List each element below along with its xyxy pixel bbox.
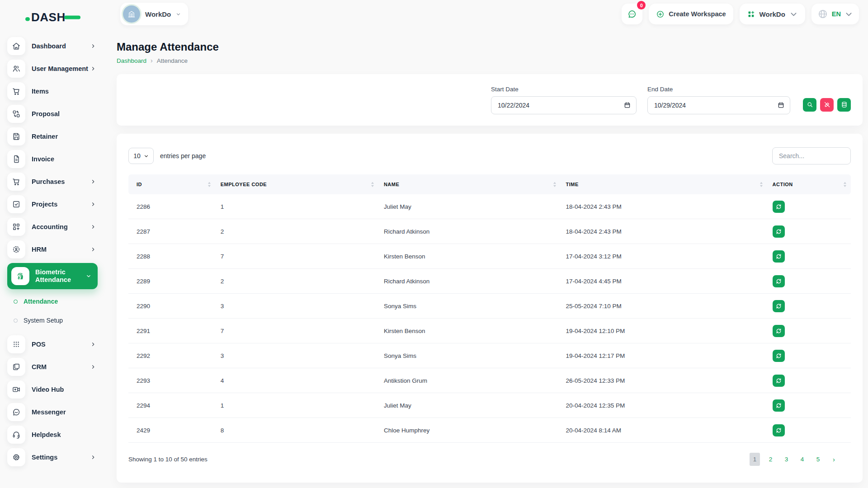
sidebar-item-label: User Management	[32, 65, 88, 72]
page-button-3[interactable]: 3	[781, 453, 792, 466]
sync-row-button[interactable]	[773, 225, 785, 238]
sync-row-button[interactable]	[773, 201, 785, 213]
logo-text: DASH	[31, 10, 66, 23]
cell-id: 2294	[128, 393, 215, 418]
chevron-right-icon	[90, 247, 96, 252]
sidebar-item-label: Purchases	[32, 178, 65, 185]
next-page-button[interactable]: ›	[829, 453, 839, 466]
page-button-4[interactable]: 4	[797, 453, 807, 466]
sync-row-button[interactable]	[773, 325, 785, 337]
column-header-employee-code[interactable]: EMPLOYEE CODE	[215, 174, 378, 194]
cell-employee-code: 1	[215, 393, 378, 418]
cell-time: 18-04-2024 2:43 PM	[561, 219, 767, 244]
cell-time: 20-04-2024 8:14 AM	[561, 418, 767, 443]
cell-time: 19-04-2024 12:10 PM	[561, 319, 767, 343]
start-date-input[interactable]	[491, 96, 637, 114]
sidebar-subitem-system-setup[interactable]: System Setup	[14, 313, 98, 328]
sidebar-item-accounting[interactable]: Accounting	[7, 218, 98, 236]
sidebar-item-dashboard[interactable]: Dashboard	[7, 37, 98, 55]
check-square-icon	[7, 195, 25, 213]
sidebar-item-user-management[interactable]: User Management	[7, 60, 98, 78]
table-row: 2294 1 Juliet May 20-04-2024 12:35 PM	[128, 393, 851, 418]
sidebar-item-projects[interactable]: Projects	[7, 195, 98, 213]
chevron-down-icon	[176, 12, 181, 17]
sidebar-item-hrm[interactable]: HRM	[7, 240, 98, 258]
end-date-label: End Date	[647, 86, 790, 93]
messages-button[interactable]: 0	[622, 4, 642, 24]
refresh-icon	[775, 203, 782, 210]
breadcrumb-dashboard-link[interactable]: Dashboard	[117, 57, 146, 64]
calendar-icon[interactable]	[623, 101, 631, 109]
table-header-row: ID EMPLOYEE CODE NAME TIME ACTION	[128, 174, 851, 194]
column-header-action[interactable]: ACTION	[767, 174, 851, 194]
cart-icon	[7, 82, 25, 100]
sidebar-item-messenger[interactable]: Messenger	[7, 403, 98, 421]
sync-row-button[interactable]	[773, 375, 785, 387]
bullet-icon	[14, 319, 18, 323]
dash-logo[interactable]: DASH	[0, 0, 105, 25]
table-row: 2429 8 Chloe Humphrey 20-04-2024 8:14 AM	[128, 418, 851, 443]
sidebar-item-purchases[interactable]: Purchases	[7, 173, 98, 191]
plus-circle-icon	[656, 10, 665, 19]
sidebar-item-proposal[interactable]: Proposal	[7, 105, 98, 123]
sidebar-item-video-hub[interactable]: Video Hub	[7, 380, 98, 399]
page-button-5[interactable]: 5	[813, 453, 823, 466]
sidebar-item-crm[interactable]: CRM	[7, 358, 98, 376]
sidebar-item-pos[interactable]: POS	[7, 335, 98, 353]
sync-row-button[interactable]	[773, 350, 785, 362]
cell-time: 17-04-2024 4:45 PM	[561, 269, 767, 294]
gear-icon	[7, 448, 25, 466]
column-header-name[interactable]: NAME	[378, 174, 561, 194]
language-selector[interactable]: EN	[811, 4, 859, 24]
workspace-pill[interactable]: WorkDo	[120, 3, 188, 25]
sidebar-subitem-attendance[interactable]: Attendance	[14, 294, 98, 309]
sidebar-item-settings[interactable]: Settings	[7, 448, 98, 466]
sync-row-button[interactable]	[773, 399, 785, 412]
sync-row-button[interactable]	[773, 275, 785, 287]
cell-time: 17-04-2024 3:12 PM	[561, 244, 767, 269]
table-row: 2290 3 Sonya Sims 25-05-2024 7:10 PM	[128, 294, 851, 319]
sync-row-button[interactable]	[773, 424, 785, 436]
page-size-select[interactable]: 10	[128, 148, 154, 164]
sidebar-item-label: Accounting	[32, 223, 68, 230]
sidebar: DASH Dashboard User Management Items Pro…	[0, 0, 105, 488]
cell-id: 2287	[128, 219, 215, 244]
sync-row-button[interactable]	[773, 250, 785, 263]
calendar-icon[interactable]	[777, 101, 785, 109]
sidebar-item-items[interactable]: Items	[7, 82, 98, 100]
workspace-switcher[interactable]: WorkDo	[740, 4, 805, 24]
sidebar-item-label: Biometric Attendance	[35, 268, 85, 283]
topbar: WorkDo 0 Create Workspace WorkDo EN	[105, 0, 868, 28]
end-date-group: End Date	[647, 86, 790, 114]
page-button-1[interactable]: 1	[750, 453, 760, 466]
cart-icon	[7, 173, 25, 191]
sidebar-item-label: HRM	[32, 246, 47, 253]
workspace-name: WorkDo	[145, 10, 171, 18]
sidebar-item-biometric-attendance[interactable]: Biometric Attendance	[7, 263, 98, 289]
cell-name: Juliet May	[378, 393, 561, 418]
bulk-attendance-button[interactable]	[837, 98, 851, 112]
end-date-input[interactable]	[647, 96, 790, 114]
sidebar-item-label: Settings	[32, 454, 57, 461]
create-workspace-button[interactable]: Create Workspace	[649, 4, 733, 24]
sort-icon	[208, 182, 211, 187]
chat-dots-icon	[627, 9, 637, 19]
sidebar-item-invoice[interactable]: Invoice	[7, 150, 98, 168]
reset-filter-button[interactable]	[820, 98, 834, 112]
chevron-right-icon	[90, 179, 96, 184]
sync-row-button[interactable]	[773, 300, 785, 312]
refresh-icon	[775, 228, 782, 235]
column-header-id[interactable]: ID	[128, 174, 215, 194]
search-filter-button[interactable]	[803, 98, 816, 112]
page-button-2[interactable]: 2	[765, 453, 776, 466]
person-circle-icon	[7, 240, 25, 258]
database-icon	[841, 101, 848, 108]
sidebar-item-label: Invoice	[32, 155, 54, 163]
chevron-right-icon	[90, 364, 96, 370]
refresh-icon	[775, 352, 782, 359]
table-search-input[interactable]	[772, 147, 851, 164]
column-header-time[interactable]: TIME	[561, 174, 767, 194]
page-title: Manage Attendance	[117, 41, 863, 53]
sidebar-item-retainer[interactable]: Retainer	[7, 127, 98, 145]
sidebar-item-helpdesk[interactable]: Helpdesk	[7, 426, 98, 444]
